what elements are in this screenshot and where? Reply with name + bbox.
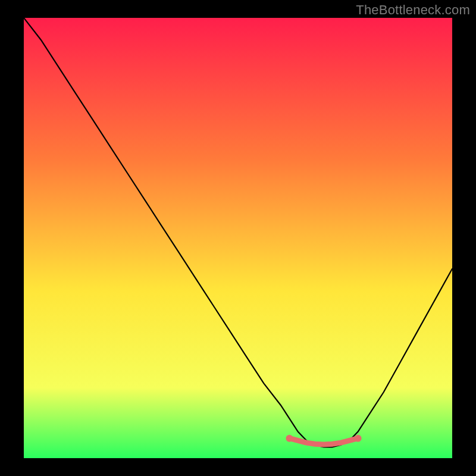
chart-svg (24, 18, 452, 458)
optimal-end-dot (355, 435, 362, 442)
chart-frame (24, 18, 452, 458)
gradient-backdrop (24, 18, 452, 458)
watermark-text: TheBottleneck.com (356, 2, 470, 18)
optimal-start-dot (286, 435, 293, 442)
